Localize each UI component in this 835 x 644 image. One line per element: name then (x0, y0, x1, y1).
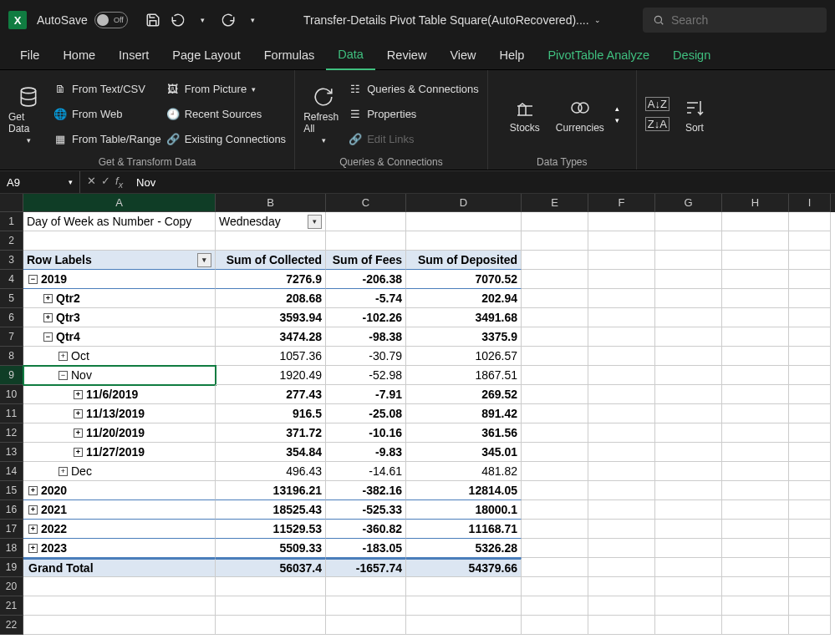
cell[interactable] (588, 462, 655, 481)
cell[interactable] (655, 308, 722, 327)
cell[interactable] (522, 308, 588, 327)
col-header-h[interactable]: H (722, 194, 789, 212)
cell[interactable] (588, 423, 655, 443)
row-header[interactable]: 16 (0, 500, 23, 520)
expand-icon[interactable]: + (43, 294, 53, 303)
cell[interactable] (789, 212, 831, 231)
cell[interactable] (655, 462, 722, 481)
cell[interactable] (655, 251, 722, 270)
cell[interactable] (655, 616, 722, 635)
cell[interactable]: +Qtr2 (23, 289, 216, 308)
col-header-i[interactable]: I (789, 194, 831, 212)
cell[interactable] (216, 577, 326, 596)
cell[interactable]: 5326.28 (406, 539, 522, 558)
cell[interactable] (588, 212, 655, 231)
cell[interactable] (522, 212, 588, 231)
row-labels-dropdown-icon[interactable]: ▾ (197, 253, 211, 267)
cell[interactable] (722, 347, 789, 366)
cell[interactable]: -9.83 (326, 443, 406, 462)
cell[interactable]: -7.91 (326, 385, 406, 404)
expand-icon[interactable]: + (59, 352, 68, 361)
stocks-button[interactable]: Stocks (505, 95, 545, 134)
cell[interactable]: 1867.51 (406, 366, 522, 385)
cell[interactable]: 277.43 (216, 385, 326, 404)
cell[interactable] (522, 270, 588, 289)
cell[interactable] (655, 385, 722, 404)
cell[interactable]: -360.82 (326, 520, 406, 539)
data-types-down-icon[interactable]: ▾ (615, 116, 619, 124)
cell[interactable] (655, 327, 722, 347)
col-header-d[interactable]: D (406, 194, 522, 212)
cell[interactable] (789, 231, 831, 251)
tab-data[interactable]: Data (326, 40, 375, 70)
tab-home[interactable]: Home (51, 40, 107, 70)
tab-file[interactable]: File (8, 40, 51, 70)
cell[interactable] (655, 500, 722, 520)
row-header[interactable]: 20 (0, 577, 23, 596)
cell[interactable]: Sum of Fees (326, 251, 406, 270)
cell[interactable] (522, 577, 588, 596)
cell[interactable]: +2021 (23, 500, 216, 520)
cell[interactable]: 208.68 (216, 289, 326, 308)
expand-icon[interactable]: + (28, 505, 38, 515)
cell[interactable] (522, 443, 588, 462)
row-header[interactable]: 17 (0, 520, 23, 539)
cell[interactable]: 56037.4 (216, 558, 326, 577)
undo-icon[interactable] (170, 12, 186, 28)
cell[interactable] (522, 596, 588, 616)
cell[interactable]: 3491.68 (406, 308, 522, 327)
row-header[interactable]: 4 (0, 270, 23, 289)
cell[interactable] (588, 520, 655, 539)
cell[interactable] (522, 462, 588, 481)
cell[interactable] (522, 366, 588, 385)
cell[interactable] (522, 347, 588, 366)
cell[interactable]: −Qtr4 (23, 327, 216, 347)
cell[interactable] (522, 616, 588, 635)
cell[interactable]: −2019 (23, 270, 216, 289)
cell[interactable]: 3375.9 (406, 327, 522, 347)
tab-view[interactable]: View (438, 40, 487, 70)
cell[interactable] (655, 231, 722, 251)
cell[interactable] (722, 308, 789, 327)
cell[interactable]: +2022 (23, 520, 216, 539)
cell[interactable] (588, 385, 655, 404)
collapse-icon[interactable]: − (59, 371, 68, 380)
cell[interactable]: 3474.28 (216, 327, 326, 347)
autosave-control[interactable]: AutoSave Off (37, 12, 128, 28)
cell[interactable] (588, 558, 655, 577)
cell[interactable] (722, 385, 789, 404)
cell[interactable] (326, 231, 406, 251)
expand-icon[interactable]: + (28, 486, 38, 495)
cell[interactable]: 18525.43 (216, 500, 326, 520)
cell[interactable]: -5.74 (326, 289, 406, 308)
cell[interactable] (789, 308, 831, 327)
chevron-down-icon[interactable]: ▾ (69, 178, 73, 186)
cell[interactable] (789, 366, 831, 385)
save-icon[interactable] (145, 12, 161, 28)
cell[interactable] (406, 212, 522, 231)
cell[interactable] (789, 385, 831, 404)
row-header[interactable]: 18 (0, 539, 23, 558)
cell[interactable] (722, 539, 789, 558)
row-header[interactable]: 3 (0, 251, 23, 270)
cell[interactable] (789, 520, 831, 539)
undo-dropdown-icon[interactable]: ▾ (195, 12, 211, 28)
row-header[interactable]: 8 (0, 347, 23, 366)
cell[interactable] (789, 539, 831, 558)
cell[interactable] (326, 616, 406, 635)
cell[interactable] (655, 212, 722, 231)
cell[interactable]: +11/13/2019 (23, 404, 216, 423)
cell[interactable] (789, 558, 831, 577)
formula-input[interactable]: Nov (130, 176, 835, 189)
cell[interactable]: Day of Week as Number - Copy (23, 212, 216, 231)
expand-icon[interactable]: + (74, 428, 83, 438)
cell[interactable]: -382.16 (326, 481, 406, 500)
cell[interactable] (588, 347, 655, 366)
cell[interactable]: 13196.21 (216, 481, 326, 500)
col-header-g[interactable]: G (655, 194, 722, 212)
cell[interactable]: -98.38 (326, 327, 406, 347)
refresh-all-button[interactable]: Refresh All▾ (303, 74, 344, 155)
cell[interactable] (522, 404, 588, 423)
col-header-a[interactable]: A (23, 194, 216, 212)
expand-icon[interactable]: + (28, 544, 38, 553)
